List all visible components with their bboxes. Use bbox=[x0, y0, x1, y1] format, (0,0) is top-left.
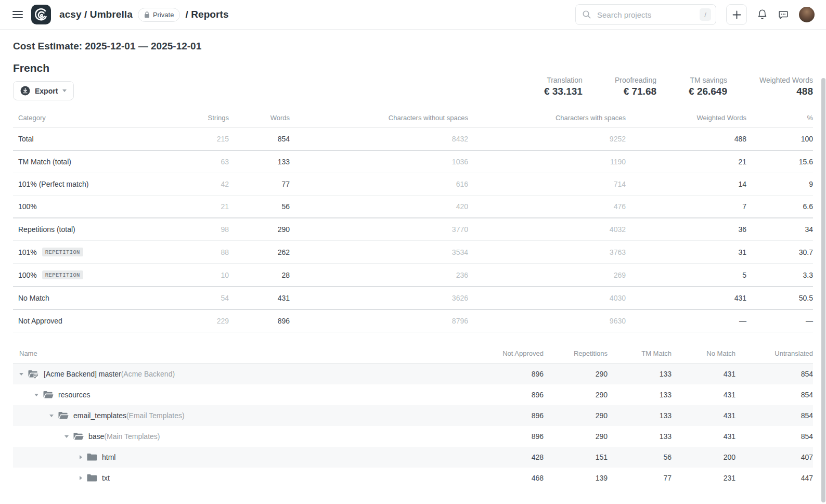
file-tree-row[interactable]: email_templates(Email Templates)89629013… bbox=[13, 405, 813, 426]
stat-block: Translation€ 33.131 bbox=[544, 76, 583, 97]
summary-row: Repetitions (total)98290377040323634 bbox=[13, 218, 813, 241]
file-name-suffix: (Acme Backend) bbox=[121, 370, 175, 378]
file-name-wrap: txt bbox=[102, 474, 110, 482]
main-content: Cost Estimate: 2025-12-01 — 2025-12-01 F… bbox=[0, 30, 826, 488]
file-value-cell: 133 bbox=[608, 405, 672, 426]
collapse-caret-icon[interactable] bbox=[64, 435, 69, 438]
folder-icon bbox=[87, 453, 97, 461]
summary-row: 101% (Perfect match)4277616714149 bbox=[13, 173, 813, 196]
summary-category-cell: 100%REPETITION bbox=[13, 264, 182, 287]
stats-row: Translation€ 33.131Proofreading€ 71.68TM… bbox=[544, 76, 813, 97]
summary-row: TM Match (total)63133103611902115.6 bbox=[13, 150, 813, 173]
file-tree-row[interactable]: html42815156200407 bbox=[13, 447, 813, 468]
user-avatar[interactable] bbox=[799, 7, 815, 22]
summary-value-cell: 6.6 bbox=[746, 196, 813, 218]
files-column-header: Name bbox=[13, 346, 480, 364]
summary-value-cell: 236 bbox=[290, 264, 468, 287]
summary-column-header: Strings bbox=[182, 111, 229, 128]
file-tree-row[interactable]: txt46813977231447 bbox=[13, 468, 813, 488]
breadcrumb-project[interactable]: acsy / Umbrella bbox=[59, 9, 133, 20]
summary-row: Not Approved22989687969630—— bbox=[13, 309, 813, 332]
summary-value-cell: 100 bbox=[746, 128, 813, 151]
summary-value-cell: 488 bbox=[626, 128, 746, 151]
search-box[interactable]: / bbox=[575, 4, 716, 25]
summary-value-cell: 42 bbox=[182, 173, 229, 196]
summary-value-cell: 8432 bbox=[290, 128, 468, 151]
file-value-cell: 133 bbox=[608, 384, 672, 405]
top-bar: acsy / Umbrella Private / Reports / bbox=[0, 0, 826, 30]
file-name-suffix: (Email Templates) bbox=[126, 411, 185, 420]
summary-value-cell: 1036 bbox=[290, 150, 468, 173]
summary-table-body: Total21585484329252488100TM Match (total… bbox=[13, 128, 813, 332]
file-name-cell: base(Main Templates) bbox=[13, 426, 480, 447]
category-label: Not Approved bbox=[18, 317, 62, 325]
chevron-down-icon bbox=[62, 89, 67, 92]
file-value-cell: 139 bbox=[544, 468, 608, 488]
summary-value-cell: 431 bbox=[626, 287, 746, 309]
file-tree-row[interactable]: resources896290133431854 bbox=[13, 384, 813, 405]
summary-value-cell: 8796 bbox=[290, 309, 468, 332]
file-name-wrap: email_templates(Email Templates) bbox=[73, 411, 185, 420]
branch-folder-icon bbox=[28, 370, 39, 379]
summary-category-cell: Not Approved bbox=[13, 309, 182, 332]
summary-value-cell: 3763 bbox=[468, 241, 626, 264]
files-header-row: NameNot ApprovedRepetitionsTM MatchNo Ma… bbox=[13, 346, 813, 364]
create-project-button[interactable] bbox=[726, 4, 747, 25]
summary-value-cell: 290 bbox=[229, 218, 290, 241]
file-name-cell: [Acme Backend] master(Acme Backend) bbox=[13, 364, 480, 385]
files-column-header: No Match bbox=[672, 346, 735, 364]
page-scrollbar bbox=[821, 0, 826, 504]
summary-category-cell: Total bbox=[13, 128, 182, 151]
category-wrap: Repetitions (total) bbox=[18, 225, 75, 234]
file-value-cell: 431 bbox=[672, 364, 735, 385]
breadcrumb: acsy / Umbrella Private / Reports bbox=[59, 8, 229, 22]
file-value-cell: 290 bbox=[544, 405, 608, 426]
file-value-cell: 428 bbox=[480, 447, 544, 468]
file-tree-row[interactable]: base(Main Templates)896290133431854 bbox=[13, 426, 813, 447]
messages-button[interactable] bbox=[778, 9, 789, 20]
summary-value-cell: 98 bbox=[182, 218, 229, 241]
summary-value-cell: 3.3 bbox=[746, 264, 813, 287]
summary-value-cell: 77 bbox=[229, 173, 290, 196]
collapse-caret-icon[interactable] bbox=[34, 394, 38, 396]
notifications-button[interactable] bbox=[757, 9, 768, 20]
summary-category-cell: Repetitions (total) bbox=[13, 218, 182, 241]
summary-value-cell: 10 bbox=[182, 264, 229, 287]
search-input[interactable] bbox=[596, 10, 695, 20]
file-value-cell: 290 bbox=[544, 426, 608, 447]
scrollbar-thumb[interactable] bbox=[821, 78, 825, 502]
collapse-caret-icon[interactable] bbox=[49, 415, 54, 417]
stat-block: TM savings€ 26.649 bbox=[689, 76, 727, 97]
download-icon bbox=[20, 86, 30, 96]
category-wrap: 100% bbox=[18, 202, 37, 211]
export-button[interactable]: Export bbox=[13, 81, 74, 100]
summary-column-header: Characters with spaces bbox=[468, 111, 626, 128]
summary-row: Total21585484329252488100 bbox=[13, 128, 813, 151]
summary-column-header: Characters without spaces bbox=[290, 111, 468, 128]
file-tree-row[interactable]: [Acme Backend] master(Acme Backend)89629… bbox=[13, 364, 813, 385]
folder-open-icon bbox=[43, 391, 54, 399]
summary-value-cell: 50.5 bbox=[746, 287, 813, 309]
files-column-header: Not Approved bbox=[480, 346, 544, 364]
file-value-cell: 290 bbox=[544, 364, 608, 385]
summary-value-cell: 30.7 bbox=[746, 241, 813, 264]
expand-caret-icon[interactable] bbox=[80, 476, 82, 480]
stat-value: € 33.131 bbox=[544, 86, 583, 97]
summary-value-cell: 21 bbox=[626, 150, 746, 173]
summary-category-cell: TM Match (total) bbox=[13, 150, 182, 173]
category-wrap: TM Match (total) bbox=[18, 158, 71, 166]
cost-summary-table: CategoryStringsWordsCharacters without s… bbox=[13, 111, 813, 332]
summary-value-cell: 34 bbox=[746, 218, 813, 241]
summary-column-header: Words bbox=[229, 111, 290, 128]
file-name-wrap: resources bbox=[58, 391, 90, 399]
file-value-cell: 896 bbox=[480, 405, 544, 426]
collapse-caret-icon[interactable] bbox=[19, 373, 23, 376]
files-column-header: Untranslated bbox=[735, 346, 813, 364]
summary-column-header: % bbox=[746, 111, 813, 128]
app-logo-icon[interactable] bbox=[31, 5, 51, 24]
summary-value-cell: — bbox=[746, 309, 813, 332]
summary-value-cell: 56 bbox=[229, 196, 290, 218]
stat-block: Weighted Words488 bbox=[759, 76, 813, 97]
hamburger-menu-icon[interactable] bbox=[12, 10, 23, 19]
expand-caret-icon[interactable] bbox=[80, 455, 82, 459]
